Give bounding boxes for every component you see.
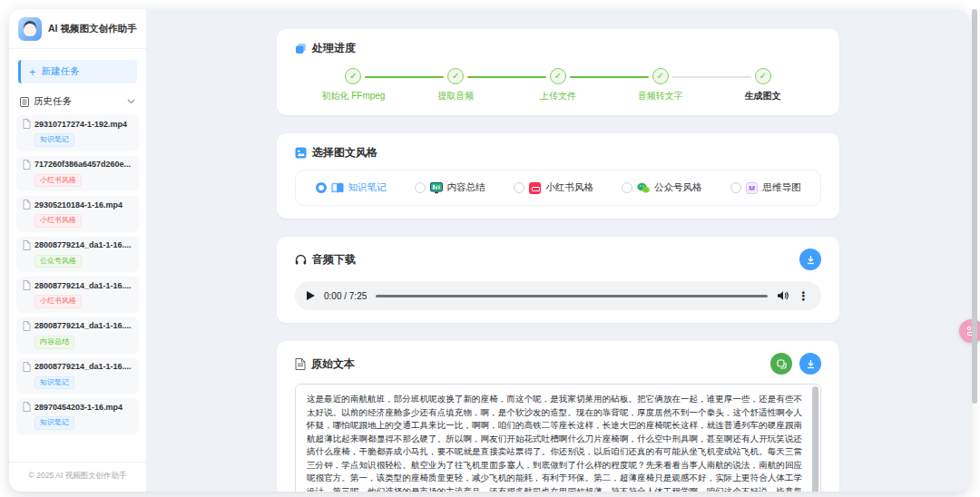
list-icon [20,97,29,107]
image-icon [295,147,307,159]
xiaohongshu-icon [529,181,542,194]
file-icon [23,280,31,290]
kebab-menu-icon[interactable]: ⋮ [798,290,809,302]
task-tag: 公众号风格 [34,255,82,268]
style-option-wechat-official[interactable]: 公众号风格 [622,181,702,194]
history-tasks-header[interactable]: 历史任务 [9,91,146,114]
task-tag: 知识笔记 [34,376,74,390]
main-area: 处理进度 ✓ 初始化 FFmpeg ✓ 提取音频 ✓ 上传文件 [147,9,969,492]
app-logo [18,17,42,41]
file-icon [23,402,31,412]
radio-unselected[interactable] [622,182,632,193]
task-list-item[interactable]: 28008779214_da1-1-16.... 内容总结 [16,317,139,354]
transcript-box: 这是最近的南航航班，部分班机呢改换了新的座椅，而这个呢，是我家切菜用的砧板。把它… [295,384,821,492]
file-icon [23,160,31,170]
transcript-title: 原始文本 [311,356,355,372]
volume-icon[interactable] [777,290,789,301]
file-icon [23,200,31,210]
step-check-icon: ✓ [447,68,464,84]
audio-title: 音频下载 [312,252,356,268]
mindmap-icon: M [746,181,759,194]
radio-unselected[interactable] [514,182,524,193]
wechat-icon [637,181,650,194]
style-select-title: 选择图文风格 [312,145,377,161]
step-extract-audio: ✓ 提取音频 [405,68,507,102]
page-scrollbar[interactable] [972,9,977,404]
file-icon [23,321,31,331]
new-task-button[interactable]: + 新建任务 [18,60,137,83]
task-list-item[interactable]: 28008779214_da1-1-16.... 公众号风格 [16,237,139,273]
progress-stepper: ✓ 初始化 FFmpeg ✓ 提取音频 ✓ 上传文件 ✓ 音频转文字 [295,68,821,102]
task-name: 28008779214_da1-1-16.... [34,281,132,290]
style-option-xiaohongshu[interactable]: 小红书风格 [514,181,594,194]
chevron-down-icon [127,99,135,104]
radio-selected[interactable] [316,182,327,193]
task-name: 717260f386a6457d260e... [34,160,131,169]
transcript-scrollbar[interactable] [812,386,818,492]
step-check-icon: ✓ [652,68,669,84]
step-audio-to-text: ✓ 音频转文字 [609,68,711,102]
layers-icon [295,43,307,54]
transcript-download-button[interactable] [799,353,821,375]
audio-player[interactable]: 0:00 / 7:25 ⋮ [295,281,821,310]
app-title: AI 视频图文创作助手 [48,23,136,34]
style-option-mindmap[interactable]: M 思维导图 [730,181,801,194]
task-tag: 知识笔记 [34,416,74,430]
task-list-item[interactable]: 717260f386a6457d260e... 小红书风格 [16,156,139,192]
file-icon [23,362,31,372]
play-icon[interactable] [307,291,315,300]
step-init-ffmpeg: ✓ 初始化 FFmpeg [302,68,405,102]
task-list-item[interactable]: 28008779214_da1-1-16.... 小红书风格 [16,277,139,313]
sidebar-footer: © 2025 AI 视频图文创作助手 [9,462,146,492]
task-tag: 小红书风格 [34,295,82,308]
step-upload-file: ✓ 上传文件 [507,68,610,102]
task-tag: 小红书风格 [34,214,82,228]
style-option-knowledge-note[interactable]: 知识笔记 [316,181,387,194]
task-name: 28008779214_da1-1-16.... [34,240,132,249]
task-name: 28008779214_da1-1-16.... [34,321,132,330]
task-list-item[interactable]: 28008779214_da1-1-16.... 知识笔记 [16,358,139,395]
copy-text-button[interactable] [770,353,792,375]
progress-title: 处理进度 [312,41,356,56]
app-window: AI 视频图文创作助手 + 新建任务 历史任务 29310717274-1-19… [9,9,969,492]
sidebar: AI 视频图文创作助手 + 新建任务 历史任务 29310717274-1-19… [9,9,147,492]
radio-unselected[interactable] [415,182,426,193]
notebook-icon [331,181,344,194]
step-generate-content: ✓ 生成图文 [711,68,814,102]
download-icon [806,359,816,369]
audio-download-button[interactable] [799,248,821,270]
task-list: 29310717274-1-192.mp4 知识笔记 717260f386a64… [9,114,146,462]
plus-icon: + [29,66,36,78]
transcript-text: 这是最近的南航航班，部分班机呢改换了新的座椅，而这个呢，是我家切菜用的砧板。把它… [307,393,802,492]
new-task-label: 新建任务 [42,65,80,78]
monitor-icon [430,181,443,194]
step-check-icon: ✓ [755,68,771,84]
task-name: 28008779214_da1-1-16.... [34,362,132,371]
transcript-card: 原始文本 这是最近的南航航班，部分班机呢改换了新的座椅，而这个呢，是我家切菜用的… [277,341,839,492]
task-name: 29305210184-1-16.mp4 [34,200,122,210]
task-name: 28970454203-1-16.mp4 [34,403,122,412]
document-icon [295,358,306,370]
task-list-item[interactable]: 29305210184-1-16.mp4 小红书风格 [16,196,139,232]
file-icon [23,119,31,129]
task-name: 29310717274-1-192.mp4 [34,120,127,129]
headphones-icon [295,254,307,266]
file-icon [23,240,31,250]
download-icon [806,255,816,265]
audio-card: 音频下载 0:00 / 7:25 ⋮ [277,237,839,323]
task-list-item[interactable]: 28970454203-1-16.mp4 知识笔记 [16,398,139,434]
task-tag: 知识笔记 [34,133,74,147]
sidebar-header: AI 视频图文创作助手 [9,9,146,49]
step-check-icon: ✓ [550,68,566,84]
task-list-item[interactable]: 29310717274-1-192.mp4 知识笔记 [16,115,139,151]
style-select-card: 选择图文风格 知识笔记 内容总 [277,133,839,219]
audio-progress-track[interactable] [376,295,768,297]
history-tasks-label: 历史任务 [34,95,72,108]
progress-card: 处理进度 ✓ 初始化 FFmpeg ✓ 提取音频 ✓ 上传文件 [277,29,839,115]
audio-time: 0:00 / 7:25 [324,291,367,301]
task-tag: 小红书风格 [34,174,82,188]
radio-unselected[interactable] [730,182,741,193]
style-options: 知识笔记 内容总结 小红书风格 [295,170,821,206]
style-option-content-summary[interactable]: 内容总结 [415,181,485,194]
step-check-icon: ✓ [345,68,361,84]
